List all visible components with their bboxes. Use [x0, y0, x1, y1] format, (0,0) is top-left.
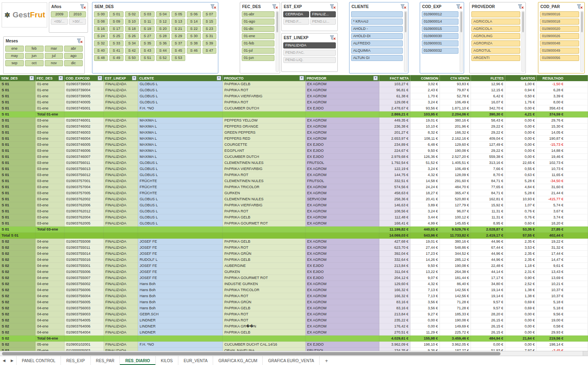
slicer-scrollbar-thumb[interactable] — [581, 12, 583, 32]
slicer-item[interactable]: S 17 — [109, 26, 123, 32]
slicer-item[interactable]: CERRADA — [283, 11, 309, 17]
slicer-item[interactable]: PEND.LIQ. — [283, 57, 336, 63]
slicer-item[interactable]: S 05 — [172, 11, 185, 17]
slicer-item[interactable]: S 33 — [109, 40, 123, 46]
slicer-item[interactable]: S 47 — [203, 48, 216, 54]
add-sheet-button[interactable]: + — [320, 356, 333, 365]
tabs-scroll-right-icon[interactable]: ▶ — [8, 356, 16, 365]
slicer-item[interactable]: S 41 — [109, 48, 123, 54]
slicer-item[interactable]: S 13 — [172, 19, 185, 25]
slicer-item[interactable]: S 49 — [109, 55, 123, 61]
slicer-scrollbar-thumb[interactable] — [522, 12, 524, 32]
slicer-item[interactable]: 010900056 — [540, 55, 579, 61]
slicer-scrollbar[interactable] — [521, 11, 525, 72]
slicer-item[interactable]: 010900049 — [540, 48, 579, 54]
slicer-item[interactable]: S 31 — [203, 33, 216, 39]
slicer-item[interactable]: S 37 — [172, 40, 185, 46]
slicer-item[interactable]: AHOLD-DI — [351, 33, 403, 39]
slicer-item[interactable]: 010900020 — [540, 26, 579, 32]
tabs-scroll-left-icon[interactable]: ◀ — [0, 356, 8, 365]
sheet-tab-res-diario[interactable]: RES_DIARIO — [120, 356, 155, 365]
slicer-item[interactable] — [471, 11, 520, 17]
slicer-item[interactable]: S 35 — [140, 40, 154, 46]
slicer-item[interactable]: 010900030 — [422, 33, 458, 39]
filter-dropdown-icon[interactable]: ▼ — [299, 76, 304, 80]
clear-filter-icon[interactable] — [518, 4, 524, 9]
slicer-item[interactable]: PEND.LI... — [310, 19, 336, 25]
slicer-item[interactable]: 01-feb — [242, 40, 274, 46]
slicer-item[interactable]: S 43 — [140, 48, 154, 54]
slicer-item[interactable]: S 48 — [94, 55, 108, 61]
slicer-item[interactable]: S 34 — [125, 40, 139, 46]
slicer-item[interactable]: ALTUN GI — [351, 55, 403, 61]
slicer-item[interactable]: S 29 — [172, 33, 185, 39]
slicer-item[interactable]: S 36 — [156, 40, 170, 46]
clear-filter-icon[interactable] — [77, 38, 83, 44]
slicer-item[interactable]: jun — [25, 53, 44, 59]
slicer-item[interactable]: 010900031 — [422, 40, 458, 46]
slicer-item[interactable]: ALFREDO — [351, 40, 403, 46]
slicer-item[interactable]: S 08 — [94, 19, 108, 25]
slicer-item[interactable]: 01-abr — [242, 11, 274, 17]
sheet-tab-grafica-kg-acum[interactable]: GRAFICA KG_ACUM — [213, 356, 263, 365]
slicer-item[interactable]: S 39 — [203, 40, 216, 46]
slicer-item[interactable]: 01-ago — [242, 19, 274, 25]
slicer-item[interactable]: S 40 — [94, 48, 108, 54]
slicer-item[interactable]: 2010 — [69, 11, 86, 17]
slicer-item[interactable]: may — [5, 53, 24, 59]
slicer-item[interactable]: AGRICOLA — [471, 19, 520, 25]
slicer-item[interactable]: S 22 — [187, 26, 201, 32]
slicer-item[interactable]: PEND.F... — [283, 19, 309, 25]
slicer-item[interactable]: 2009 — [51, 11, 68, 17]
slicer-item[interactable]: S 04 — [156, 11, 170, 17]
filter-dropdown-icon[interactable]: ▼ — [373, 76, 378, 80]
slicer-item[interactable]: 01-jun — [242, 55, 274, 61]
slicer-item[interactable]: ene — [5, 46, 24, 52]
sheet-tab-grafica-euro-venta[interactable]: GRAFICA EURO_VENTA — [263, 356, 320, 365]
slicer-item[interactable]: S 07 — [203, 11, 216, 17]
slicer-item[interactable]: 010900048 — [540, 40, 579, 46]
slicer-item[interactable]: S 23 — [203, 26, 216, 32]
slicer-item[interactable]: S 25 — [109, 33, 123, 39]
slicer-item[interactable]: 010900026 — [540, 33, 579, 39]
slicer-item[interactable]: S 32 — [94, 40, 108, 46]
clear-filter-icon[interactable] — [210, 4, 216, 9]
slicer-item[interactable]: S 15 — [203, 19, 216, 25]
slicer-item[interactable]: abr — [64, 46, 83, 52]
clear-filter-icon[interactable] — [456, 4, 462, 9]
slicer-item[interactable]: 010900016 — [540, 11, 579, 17]
slicer-item[interactable]: AGRORIZA — [471, 40, 520, 46]
slicer-item[interactable]: S 38 — [187, 40, 201, 46]
slicer-item[interactable]: AGROLING — [471, 33, 520, 39]
slicer-item[interactable]: FINALIZADA — [283, 42, 336, 48]
clear-filter-icon[interactable] — [80, 4, 86, 9]
sheet-tab-panel-control[interactable]: PANEL CONTROL — [16, 356, 61, 365]
sheet-tab-kilos[interactable]: KILOS — [156, 356, 178, 365]
slicer-item[interactable]: S 02 — [125, 11, 139, 17]
slicer-item[interactable]: 010900012 — [422, 11, 458, 17]
slicer-item[interactable]: S 52 — [156, 55, 170, 61]
slicer-item[interactable]: oct — [25, 60, 44, 66]
slicer-item[interactable]: * KRAAIJ — [351, 19, 403, 25]
slicer-item[interactable]: S 00 — [94, 11, 108, 17]
slicer-item[interactable]: S 30 — [187, 33, 201, 39]
slicer-item[interactable]: 01-dic — [242, 26, 274, 32]
slicer-item[interactable]: FINALIZ... — [310, 11, 336, 17]
slicer-item[interactable]: 010900032 — [422, 48, 458, 54]
slicer-item[interactable]: AGRÍCOLA — [471, 26, 520, 32]
slicer-item[interactable]: S 42 — [125, 48, 139, 54]
slicer-item[interactable]: S 53 — [172, 55, 185, 61]
slicer-item[interactable]: jul — [45, 53, 63, 59]
clear-filter-icon[interactable] — [272, 4, 278, 9]
slicer-item[interactable]: S 50 — [125, 55, 139, 61]
slicer-item[interactable]: ALQUIMIA — [351, 48, 403, 54]
slicer-item[interactable]: dic — [64, 60, 83, 66]
slicer-item[interactable]: 010900018 — [540, 19, 579, 25]
slicer-item[interactable]: >30/... — [69, 19, 86, 25]
clear-filter-icon[interactable] — [330, 4, 336, 9]
slicer-item[interactable]: S 03 — [140, 11, 154, 17]
slicer-item[interactable]: S 06 — [187, 11, 201, 17]
clear-filter-icon[interactable] — [330, 35, 336, 40]
filter-dropdown-icon[interactable]: ▼ — [59, 76, 63, 80]
slicer-item[interactable]: 010900015 — [422, 26, 458, 32]
